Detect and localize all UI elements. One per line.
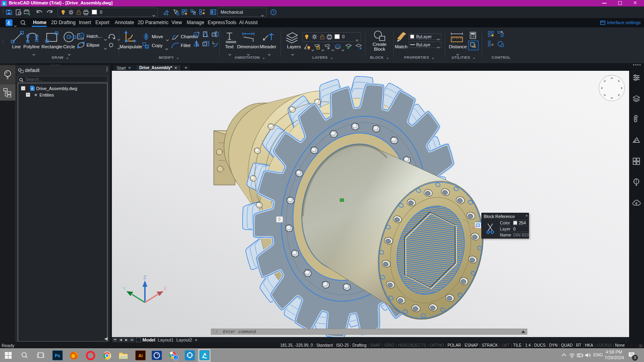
svg-text:?: ?	[272, 10, 275, 14]
svg-text:Z: Z	[143, 275, 146, 280]
svg-text:X: X	[163, 286, 167, 292]
svg-text:Y: Y	[123, 286, 126, 292]
svg-text:J: J	[175, 356, 177, 360]
svg-text:0: 0	[278, 217, 281, 222]
